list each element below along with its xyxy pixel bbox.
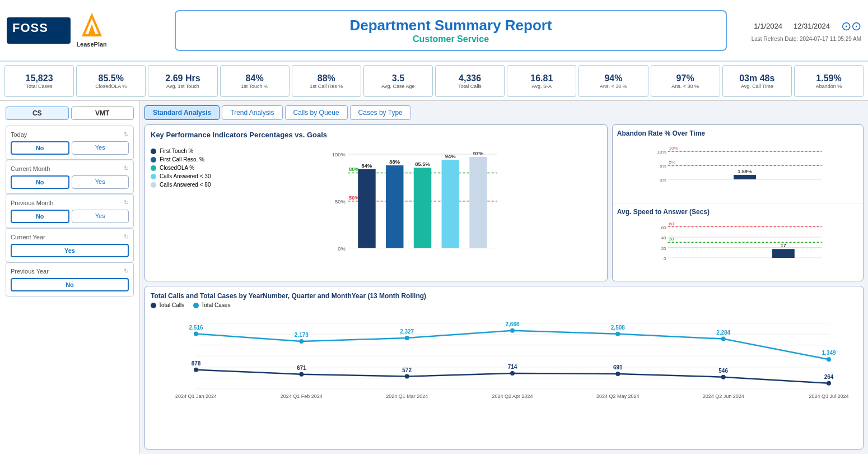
svg-point-75 <box>510 371 515 376</box>
speed-chart: Avg. Speed to Answer (Secs) 604020060301… <box>613 203 863 281</box>
date-end: 12/31/2024 <box>794 22 830 30</box>
svg-text:60: 60 <box>661 225 666 230</box>
filter-btn-yes[interactable]: Yes <box>11 244 129 257</box>
legend-label: Calls Answered < 30 <box>160 173 211 179</box>
filter-btn-yes[interactable]: Yes <box>72 210 129 223</box>
filter-btn-yes[interactable]: Yes <box>72 175 129 189</box>
refresh-icon[interactable]: ↻ <box>124 267 129 275</box>
kpi-item: 03m 48sAvg. Call Time <box>722 65 792 97</box>
kpi-value: 2.69 Hrs <box>150 73 216 84</box>
svg-text:1,349: 1,349 <box>822 350 836 356</box>
tab-trend-analysis[interactable]: Trend Analysis <box>222 105 282 120</box>
kpi-bar: 15,823Total Cases85.5%ClosedOLA %2.69 Hr… <box>0 62 868 101</box>
svg-rect-12 <box>358 169 375 248</box>
refresh-icon[interactable]: ↻ <box>124 131 129 138</box>
svg-rect-16 <box>414 168 431 248</box>
kpi-item: 2.69 HrsAvg. 1st Touch <box>148 65 217 97</box>
legend-label: Calls Answered < 80 <box>160 182 211 188</box>
abandon-chart-title: Abandon Rate % Over Time <box>617 129 858 137</box>
kpi-item: 94%Ans. < 30 % <box>578 65 648 97</box>
legend-item: ClosedOLA % <box>151 165 226 171</box>
tab-standard-analysis[interactable]: Standard Analysis <box>144 105 220 120</box>
refresh-info: Last Refresh Date: 2024-07-17 11:05:29 A… <box>738 36 861 42</box>
svg-text:0%: 0% <box>338 245 346 252</box>
kpi-bar-chart: 100%50%0%80%50%84%88%85.5%94%97% <box>229 142 601 266</box>
filter-btn-no[interactable]: No <box>11 210 69 223</box>
svg-text:2,327: 2,327 <box>400 328 414 335</box>
svg-point-59 <box>405 336 409 340</box>
legend-label: ClosedOLA % <box>160 165 194 171</box>
filter-section-current-year: Current Year↻Yes <box>6 228 134 262</box>
svg-text:10%: 10% <box>669 146 678 151</box>
tab-cases-by-type[interactable]: Cases by Type <box>350 105 411 120</box>
kpi-value: 3.5 <box>365 73 431 84</box>
svg-point-81 <box>827 381 831 386</box>
kpi-item: 85.5%ClosedOLA % <box>76 65 146 97</box>
svg-text:2024 Q1 Mar 2024: 2024 Q1 Mar 2024 <box>386 393 428 399</box>
leaseplan-text: LeasePlan <box>76 41 106 48</box>
kpi-label: Avg. S-A <box>508 84 575 89</box>
filter-section-today: Today↻NoYes <box>6 126 134 160</box>
trend-legend: Total CallsTotal Cases <box>151 302 857 308</box>
cs-vmt-tab-vmt[interactable]: VMT <box>71 106 134 120</box>
kpi-value: 97% <box>652 73 718 84</box>
filter-btn-yes[interactable]: Yes <box>72 141 129 155</box>
svg-point-73 <box>405 374 409 379</box>
svg-text:0%: 0% <box>660 178 666 183</box>
svg-text:0: 0 <box>664 256 666 261</box>
legend-label: First Call Reso. % <box>160 156 204 163</box>
sidebar: CSVMT Today↻NoYesCurrent Month↻NoYesPrev… <box>0 101 140 454</box>
kpi-label: Avg. Case Age <box>365 84 431 89</box>
filter-label: Current Month <box>11 165 50 172</box>
refresh-icon[interactable]: ↻ <box>124 165 129 172</box>
svg-marker-1 <box>88 24 96 35</box>
kpi-label: Avg. 1st Touch <box>150 84 216 89</box>
svg-text:84%: 84% <box>362 163 372 169</box>
kpi-item: 88%1st Call Res % <box>292 65 361 97</box>
leaseplan-logo: LeasePlan <box>76 13 106 48</box>
kpi-value: 16.81 <box>508 73 575 84</box>
header: FOSS NATIONAL LEASING LeasePlan Departme… <box>0 0 868 62</box>
svg-text:2,516: 2,516 <box>189 325 203 331</box>
svg-text:878: 878 <box>192 360 201 367</box>
leaseplan-icon <box>78 13 106 41</box>
svg-text:40: 40 <box>661 235 666 240</box>
svg-text:5%: 5% <box>660 164 666 169</box>
filter-section-current-month: Current Month↻NoYes <box>6 160 134 194</box>
cs-vmt-tabs: CSVMT <box>6 106 134 120</box>
kpi-value: 84% <box>222 73 288 84</box>
kpi-item: 1.59%Abandon % <box>794 65 864 97</box>
filter-btn-no[interactable]: No <box>11 278 129 291</box>
svg-text:97%: 97% <box>473 150 484 156</box>
svg-text:2024 Q2 Jun 2024: 2024 Q2 Jun 2024 <box>703 393 744 399</box>
date-start: 1/1/2024 <box>754 22 782 30</box>
svg-text:17: 17 <box>781 243 786 248</box>
title-area: Department Summary Report Customer Servi… <box>175 10 727 51</box>
kpi-value: 85.5% <box>78 73 144 84</box>
filter-btn-no[interactable]: No <box>11 141 69 155</box>
svg-text:264: 264 <box>824 374 834 380</box>
tab-calls-by-queue[interactable]: Calls by Queue <box>285 105 348 120</box>
legend-item: Calls Answered < 80 <box>151 182 226 188</box>
kpi-value: 15,823 <box>6 73 72 84</box>
view-icon[interactable]: ⊙⊙ <box>841 19 861 34</box>
svg-text:2,173: 2,173 <box>295 332 309 338</box>
kpi-label: Total Cases <box>6 84 72 89</box>
svg-text:572: 572 <box>402 367 412 373</box>
refresh-icon[interactable]: ↻ <box>124 233 129 240</box>
legend-item: Calls Answered < 30 <box>151 173 226 179</box>
main-title: Department Summary Report <box>187 17 715 34</box>
kpi-label: Ans. < 30 % <box>580 84 646 89</box>
kpi-chart-inner: First Touch %First Call Reso. %ClosedOLA… <box>151 142 601 266</box>
filter-btn-no[interactable]: No <box>11 175 69 189</box>
cs-vmt-tab-cs[interactable]: CS <box>6 106 69 120</box>
legend-dot <box>151 174 156 179</box>
svg-point-55 <box>194 332 198 336</box>
trend-legend-item: Total Cases <box>193 302 230 308</box>
tabs-bar: Standard AnalysisTrend AnalysisCalls by … <box>144 105 864 120</box>
refresh-icon[interactable]: ↻ <box>124 199 129 206</box>
svg-point-79 <box>721 375 726 379</box>
kpi-item: 16.81Avg. S-A <box>507 65 576 97</box>
charts-row: Key Performance Indicators Percentages v… <box>144 124 864 281</box>
filter-section-previous-month: Previous Month↻NoYes <box>6 194 134 228</box>
